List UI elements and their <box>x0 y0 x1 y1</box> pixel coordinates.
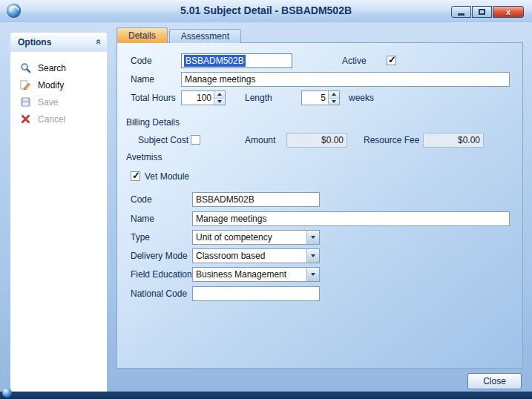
stepper-buttons <box>214 91 225 105</box>
delivery-mode-dropdown[interactable]: Classroom based <box>192 248 320 263</box>
minimize-icon <box>458 13 464 16</box>
options-header: Options » <box>10 33 107 52</box>
spin-up-button[interactable] <box>329 91 339 98</box>
total-hours-label: Total Hours <box>131 90 176 105</box>
type-label: Type <box>131 230 150 245</box>
avetmiss-name-label: Name <box>131 211 154 226</box>
close-icon: x <box>506 8 510 16</box>
dropdown-button[interactable] <box>306 231 319 244</box>
avetmiss-section-label: Avetmiss <box>126 152 162 162</box>
dialog-window: 5.01 Subject Detail - BSBADM502B x Optio… <box>0 0 532 399</box>
weeks-label: weeks <box>349 90 374 105</box>
name-input[interactable] <box>181 72 510 87</box>
total-hours-stepper[interactable]: 100 <box>181 90 226 105</box>
sidebar-item-label: Save <box>38 97 58 108</box>
active-label: Active <box>342 53 367 68</box>
avetmiss-code-input[interactable] <box>192 192 320 207</box>
spin-down-button[interactable] <box>329 98 339 105</box>
total-hours-value: 100 <box>182 91 214 105</box>
subject-cost-checkbox[interactable] <box>191 135 200 145</box>
sidebar-item-label: Modify <box>38 80 64 90</box>
length-value: 5 <box>302 91 328 105</box>
sidebar-item-label: Cancel <box>38 114 65 125</box>
billing-details-section-label: Billing Details <box>126 117 180 128</box>
arrow-up-icon <box>217 93 222 96</box>
spin-up-button[interactable] <box>214 91 225 98</box>
close-window-button[interactable]: x <box>493 6 524 18</box>
window-controls: x <box>450 6 524 18</box>
tab-details[interactable]: Details <box>116 27 168 43</box>
delivery-mode-label: Delivery Mode <box>131 248 188 263</box>
avetmiss-name-input[interactable] <box>192 211 510 226</box>
chevron-down-icon <box>311 254 315 257</box>
code-value-selected-text: BSBADM502B <box>184 55 246 67</box>
sidebar-item-search[interactable]: Search <box>10 59 107 76</box>
amount-label: Amount <box>245 133 275 148</box>
tab-strip: Details Assessment <box>116 27 243 43</box>
sidebar-item-modify[interactable]: Modify <box>10 76 107 93</box>
field-education-selected-value: Business Management <box>193 269 286 280</box>
field-education-dropdown[interactable]: Business Management <box>192 267 320 282</box>
length-label: Length <box>245 90 272 105</box>
chevron-down-icon <box>311 273 315 276</box>
field-education-label: Field Education <box>131 267 192 282</box>
arrow-down-icon <box>217 100 222 103</box>
amount-input <box>286 133 347 148</box>
name-label: Name <box>131 72 154 87</box>
subject-cost-label: Subject Cost <box>138 133 188 148</box>
titlebar: 5.01 Subject Detail - BSBADM502B x <box>0 0 532 22</box>
delivery-mode-selected-value: Classroom based <box>193 251 265 261</box>
length-stepper[interactable]: 5 <box>301 90 340 105</box>
sidebar-item-save: Save <box>10 93 107 111</box>
sidebar-item-cancel: Cancel <box>10 111 107 128</box>
pencil-icon <box>20 79 31 90</box>
bottom-strip <box>0 392 532 399</box>
details-panel: Code BSBADM502B Active Name Total Hours … <box>116 42 523 369</box>
arrow-up-icon <box>332 93 336 96</box>
national-code-label: National Code <box>131 286 187 301</box>
active-checkbox[interactable] <box>387 56 396 65</box>
resource-fee-input <box>423 133 484 148</box>
tab-assessment[interactable]: Assessment <box>169 29 241 43</box>
type-selected-value: Unit of competency <box>193 232 272 243</box>
code-input[interactable]: BSBADM502B <box>181 53 292 68</box>
resource-fee-label: Resource Fee <box>364 133 419 148</box>
chevron-down-icon <box>311 236 315 239</box>
search-icon <box>20 62 31 73</box>
options-sidebar: Options » Search Modify <box>10 33 107 392</box>
arrow-down-icon <box>332 100 336 103</box>
maximize-button[interactable] <box>472 6 492 18</box>
type-dropdown[interactable]: Unit of competency <box>192 230 320 245</box>
sidebar-item-label: Search <box>38 63 66 73</box>
spin-down-button[interactable] <box>214 98 225 105</box>
options-items: Search Modify Save <box>10 52 107 128</box>
collapse-chevron-icon[interactable]: » <box>92 39 103 44</box>
stepper-buttons <box>328 91 339 105</box>
save-icon <box>20 96 31 108</box>
vet-module-checkbox[interactable] <box>131 171 140 181</box>
minimize-button[interactable] <box>451 6 471 18</box>
dropdown-button[interactable] <box>306 249 319 263</box>
avetmiss-code-label: Code <box>131 192 152 207</box>
cancel-icon <box>20 113 31 125</box>
taskbar-app-icon <box>2 388 12 398</box>
dropdown-button[interactable] <box>306 268 319 281</box>
close-button[interactable]: Close <box>467 373 522 389</box>
options-header-label: Options <box>18 37 51 47</box>
national-code-input[interactable] <box>192 286 320 301</box>
maximize-icon <box>479 9 485 15</box>
code-label: Code <box>131 53 152 68</box>
vet-module-label: Vet Module <box>145 169 189 184</box>
